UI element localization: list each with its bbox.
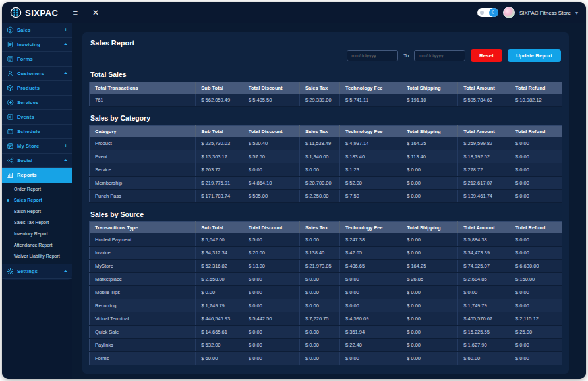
section-title-total-sales: Total Sales: [90, 71, 562, 78]
sidebar-item-sales[interactable]: $Sales+: [2, 23, 72, 38]
sidebar-item-schedule[interactable]: Schedule: [2, 125, 72, 139]
topbar-right: ☾ SIXPAC Fitness Store ▾: [477, 7, 578, 18]
table-cell: $ 25.00: [510, 326, 562, 339]
store-name[interactable]: SIXPAC Fitness Store: [519, 10, 571, 16]
table-cell: Punch Pass: [90, 190, 196, 203]
submenu-item-inventory-report[interactable]: Inventory Report: [2, 228, 72, 239]
submenu-item-sales-tax-report[interactable]: Sales Tax Report: [2, 217, 72, 228]
table-cell: $ 0.00: [510, 352, 562, 365]
expand-icon[interactable]: +: [64, 42, 67, 47]
table-cell: $ 486.65: [339, 260, 401, 273]
sidebar-item-my-store[interactable]: My Store+: [2, 139, 72, 154]
theme-toggle[interactable]: ☾: [477, 8, 498, 17]
table-cell: $ 164.25: [401, 260, 458, 273]
table-cell: $ 278.72: [458, 163, 510, 177]
table-cell: $ 0.00: [401, 177, 458, 190]
table-row: 761$ 562,059.49$ 5,485.50$ 29,339.00$ 5,…: [90, 94, 562, 107]
table-cell: $ 20.00: [243, 247, 300, 260]
submenu-item-batch-report[interactable]: Batch Report: [2, 206, 72, 217]
expand-icon[interactable]: +: [64, 27, 67, 33]
close-icon[interactable]: ✕: [92, 9, 99, 16]
topbar: SIXPAC ≡ ✕ ☾ SIXPAC Fitness Store ▾: [2, 2, 586, 23]
expand-icon[interactable]: +: [64, 71, 67, 76]
customers-icon: [7, 70, 14, 77]
table-cell: $ 0.00: [510, 247, 562, 260]
table-cell: $ 0.00: [300, 163, 340, 177]
invoice-icon: [7, 41, 14, 48]
date-to-input[interactable]: [414, 50, 465, 61]
store-icon: [7, 142, 14, 150]
submenu-item-order-report[interactable]: Order Report: [2, 183, 72, 194]
table-cell: $ 0.00: [196, 286, 243, 299]
submenu-item-waiver-liability-report[interactable]: Waiver Liability Report: [2, 250, 72, 262]
expand-icon[interactable]: +: [64, 268, 67, 274]
sidebar-item-customers[interactable]: Customers+: [2, 67, 72, 81]
table-header-row: Transactions TypeSub TotalTotal Discount…: [90, 222, 562, 234]
table-cell: $ 0.00: [458, 286, 510, 299]
table-cell: $ 0.00: [339, 273, 401, 286]
sidebar-item-invoicing[interactable]: Invoicing+: [2, 38, 72, 52]
table-row: Marketplace$ 2,658.00$ 0.00$ 0.00$ 0.00$…: [90, 273, 562, 286]
sidebar-item-settings[interactable]: Settings+: [2, 264, 72, 279]
sidebar-item-label: Schedule: [17, 129, 64, 134]
column-header-total-amount: Total Amount: [458, 222, 510, 234]
date-from-input[interactable]: [347, 50, 398, 61]
svg-text:$: $: [9, 28, 12, 32]
table-cell: $ 52.00: [339, 177, 401, 190]
reset-button[interactable]: Reset: [471, 49, 502, 62]
table-cell: $ 34,312.34: [196, 247, 243, 260]
sidebar-item-social[interactable]: Social+: [2, 154, 72, 168]
expand-icon[interactable]: +: [64, 143, 67, 149]
table-cell: $ 1.23: [339, 163, 401, 177]
expand-icon[interactable]: +: [64, 158, 67, 163]
table-cell: $ 0.00: [401, 312, 458, 326]
table-row: Invoice$ 34,312.34$ 20.00$ 138.40$ 42.65…: [90, 247, 562, 260]
dollar-circle-icon: $: [7, 26, 14, 34]
table-cell: $ 11,538.49: [300, 137, 340, 150]
table-cell: $ 0.00: [401, 190, 458, 203]
form-icon: [7, 55, 14, 63]
sidebar-item-events[interactable]: Events: [2, 110, 72, 125]
table-cell: $ 532.00: [196, 339, 243, 352]
table-row: Virtual Terminal$ 446,545.93$ 5,442.50$ …: [90, 312, 562, 326]
body-row: $Sales+Invoicing+FormsCustomers+Products…: [2, 23, 586, 379]
sidebar-item-reports[interactable]: Reports−: [2, 168, 72, 183]
sidebar-item-label: Customers: [17, 71, 61, 76]
hamburger-menu-icon[interactable]: ≡: [73, 9, 78, 17]
table-row: Hosted Payment$ 5,642.00$ 5.00$ 0.00$ 24…: [90, 233, 562, 247]
table-header-row: CategorySub TotalTotal DiscountSales Tax…: [90, 126, 562, 138]
table-cell: Product: [90, 137, 196, 150]
table-row: Service$ 263.72$ 0.00$ 0.00$ 1.23$ 0.00$…: [90, 163, 562, 177]
table-cell: $ 18,192.52: [458, 150, 510, 163]
table-cell: $ 0.00: [339, 286, 401, 299]
report-card: Sales Report To Reset Update Report Tota…: [82, 32, 569, 374]
table-cell: $ 0.00: [300, 233, 340, 247]
table-cell: $ 5.00: [243, 233, 300, 247]
sixpac-logo-icon: [10, 7, 22, 18]
window-frame: SIXPAC ≡ ✕ ☾ SIXPAC Fitness Store ▾ $Sal…: [0, 0, 588, 381]
sidebar-item-forms[interactable]: Forms: [2, 52, 72, 67]
collapse-icon[interactable]: −: [64, 172, 67, 178]
submenu-item-attendance-report[interactable]: Attendance Report: [2, 239, 72, 250]
table-header-row: Total TransactionsSub TotalTotal Discoun…: [90, 82, 562, 94]
table-row: Punch Pass$ 171,783.74$ 505.00$ 2,250.00…: [90, 190, 562, 203]
section-title-sales-by-source: Sales by Source: [90, 210, 562, 218]
sidebar-item-label: Invoicing: [17, 42, 61, 47]
settings-icon: [7, 268, 14, 275]
sidebar-item-label: My Store: [17, 143, 61, 149]
chevron-down-icon[interactable]: ▾: [575, 10, 578, 16]
store-avatar[interactable]: [503, 7, 515, 18]
table-cell: 761: [90, 94, 196, 107]
table-cell: Service: [90, 163, 196, 177]
table-cell: $ 26.85: [401, 273, 458, 286]
page-title: Sales Report: [90, 39, 562, 47]
sidebar-item-products[interactable]: Products: [2, 81, 72, 96]
sidebar-item-services[interactable]: Services: [2, 96, 72, 110]
column-header-total-shipping: Total Shipping: [401, 126, 458, 138]
submenu-item-sales-report[interactable]: Sales Report: [2, 194, 72, 206]
table-cell: $ 0.00: [243, 326, 300, 339]
table-cell: $ 0.00: [401, 326, 458, 339]
update-report-button[interactable]: Update Report: [508, 49, 561, 62]
table-cell: $ 0.00: [300, 352, 340, 365]
sidebar: $Sales+Invoicing+FormsCustomers+Products…: [2, 23, 72, 379]
